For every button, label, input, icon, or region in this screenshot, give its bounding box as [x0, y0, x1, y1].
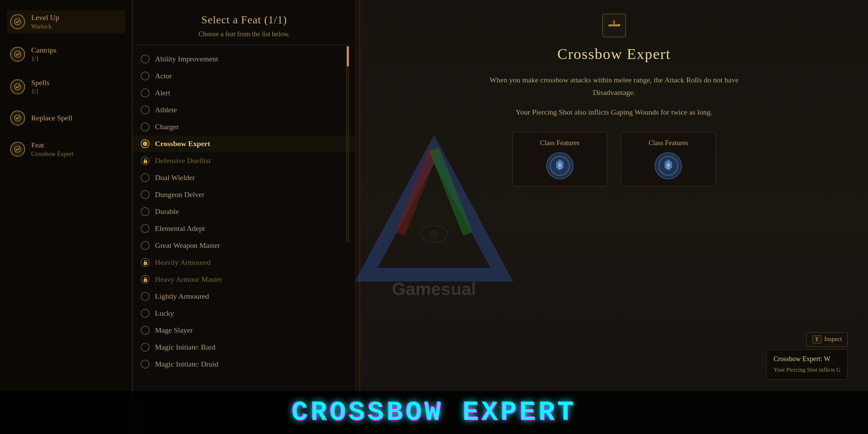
sidebar-item-level-up-warlock[interactable]: Level Up Warlock — [7, 10, 125, 33]
feat-item-defensive-duellist[interactable]: 🔒 Defensive Duellist — [133, 152, 356, 169]
feat-radio-mage-slayer[interactable] — [141, 326, 150, 335]
feat-name-great-weapon-master: Great Weapon Master — [155, 241, 220, 250]
feat-name-magic-initiate-druid: Magic Initiate: Druid — [155, 360, 218, 369]
feat-radio-dual-wielder[interactable] — [141, 173, 150, 182]
desc-text-1: When you make crossbow attacks within me… — [482, 74, 746, 99]
feat-name-mage-slayer: Mage Slayer — [155, 326, 193, 335]
feat-item-alert[interactable]: Alert — [133, 84, 356, 101]
desc-icon-area — [380, 14, 848, 37]
lock-icon-defensive: 🔒 — [142, 158, 148, 164]
bottom-banner: CROSSBOW EXPERT — [0, 391, 868, 434]
feat-radio-charger[interactable] — [141, 122, 150, 131]
feat-name-athlete: Athlete — [155, 105, 177, 114]
feat-item-athlete[interactable]: Athlete — [133, 101, 356, 118]
class-features-section: Class Features Class Features — [380, 132, 848, 186]
feat-item-ability-improvement[interactable]: Ability Improvement — [133, 51, 356, 67]
feat-item-heavy-armour-master[interactable]: 🔒 Heavy Armour Master — [133, 271, 356, 288]
lock-icon-heavy-master: 🔒 — [142, 277, 148, 282]
feat-item-actor[interactable]: Actor — [133, 67, 356, 84]
feat-radio-athlete[interactable] — [141, 105, 150, 114]
feat-name-dual-wielder: Dual Wielder — [155, 173, 195, 182]
feat-name-charger: Charger — [155, 122, 179, 131]
feat-radio-actor[interactable] — [141, 72, 150, 80]
tooltip-title: Crossbow Expert: W — [773, 355, 841, 363]
check-circle-cantrips — [10, 47, 25, 62]
feat-item-mage-slayer[interactable]: Mage Slayer — [133, 322, 356, 339]
inspect-key: T — [812, 335, 822, 343]
class-feature-card-2: Class Features — [621, 132, 716, 186]
svg-point-0 — [15, 19, 21, 25]
feat-item-durable[interactable]: Durable — [133, 203, 356, 220]
feat-list: Ability Improvement Actor Alert Athlete … — [133, 45, 356, 378]
feat-item-heavily-armoured[interactable]: 🔒 Heavily Armoured — [133, 254, 356, 271]
feat-panel-header: Select a Feat (1/1) Choose a feat from t… — [133, 0, 356, 45]
scrollbar[interactable] — [346, 46, 349, 242]
svg-point-7 — [618, 24, 620, 26]
feat-radio-defensive-duellist: 🔒 — [141, 156, 150, 165]
feat-item-crossbow-expert[interactable]: Crossbow Expert — [133, 135, 356, 152]
scroll-thumb[interactable] — [347, 46, 349, 66]
feat-name-dungeon-delver: Dungeon Delver — [155, 190, 204, 199]
sidebar-item-replace-spell[interactable]: Replace Spell — [7, 108, 125, 128]
feat-radio-elemental-adept[interactable] — [141, 224, 150, 233]
feat-radio-heavy-armour-master: 🔒 — [141, 275, 150, 284]
feat-name-defensive-duellist: Defensive Duellist — [155, 156, 211, 165]
sidebar-item-cantrips[interactable]: Cantrips 1/1 — [7, 43, 125, 66]
sidebar-label-feat: Feat Crossbow Expert — [31, 140, 74, 158]
svg-point-1 — [15, 51, 21, 57]
class-feature-label-1: Class Features — [540, 139, 579, 147]
feat-item-great-weapon-master[interactable]: Great Weapon Master — [133, 237, 356, 254]
sidebar-item-spells[interactable]: Spells 1/1 — [7, 75, 125, 98]
desc-title: Crossbow Expert — [380, 45, 848, 63]
feat-item-dual-wielder[interactable]: Dual Wielder — [133, 169, 356, 186]
feat-name-elemental-adept: Elemental Adept — [155, 224, 205, 233]
check-circle-level-up — [10, 14, 25, 29]
feat-item-lucky[interactable]: Lucky — [133, 305, 356, 322]
tooltip-box: Crossbow Expert: W Your Piercing Shot in… — [766, 349, 848, 380]
sidebar: Level Up Warlock Cantrips 1/1 Spells 1/1 — [0, 0, 132, 434]
feat-radio-magic-initiate-bard[interactable] — [141, 343, 150, 352]
svg-rect-6 — [613, 20, 615, 26]
feat-radio-lucky[interactable] — [141, 309, 150, 318]
svg-point-3 — [15, 115, 21, 121]
feat-radio-alert[interactable] — [141, 88, 150, 97]
feat-radio-durable[interactable] — [141, 207, 150, 216]
sidebar-label-level-up: Level Up Warlock — [31, 13, 59, 31]
lock-icon-heavily: 🔒 — [142, 260, 148, 265]
feat-name-crossbow-expert: Crossbow Expert — [155, 139, 210, 148]
feat-radio-magic-initiate-druid[interactable] — [141, 360, 150, 369]
feat-item-elemental-adept[interactable]: Elemental Adept — [133, 220, 356, 237]
desc-text-2: Your Piercing Shot also inflicts Gaping … — [482, 106, 746, 118]
feat-name-lightly-armoured: Lightly Armoured — [155, 292, 209, 301]
feat-item-dungeon-delver[interactable]: Dungeon Delver — [133, 186, 356, 203]
class-feature-icon-1 — [546, 152, 573, 179]
feat-item-magic-initiate-druid[interactable]: Magic Initiate: Druid — [133, 356, 356, 373]
svg-point-2 — [15, 84, 21, 90]
feat-item-charger[interactable]: Charger — [133, 118, 356, 135]
class-feature-label-2: Class Features — [649, 139, 688, 147]
feat-item-magic-initiate-bard[interactable]: Magic Initiate: Bard — [133, 339, 356, 356]
feat-panel: Select a Feat (1/1) Choose a feat from t… — [132, 0, 356, 434]
feat-radio-great-weapon-master[interactable] — [141, 241, 150, 250]
banner-text: CROSSBOW EXPERT — [292, 397, 576, 428]
feat-item-lightly-armoured[interactable]: Lightly Armoured — [133, 288, 356, 305]
sidebar-item-feat[interactable]: Feat Crossbow Expert — [7, 138, 125, 161]
feat-radio-ability-improvement[interactable] — [141, 55, 150, 63]
sidebar-label-replace-spell: Replace Spell — [31, 113, 73, 123]
check-circle-spells — [10, 79, 25, 94]
svg-point-4 — [15, 146, 21, 152]
feat-name-magic-initiate-bard: Magic Initiate: Bard — [155, 343, 215, 352]
feat-radio-lightly-armoured[interactable] — [141, 292, 150, 301]
feat-name-heavily-armoured: Heavily Armoured — [155, 258, 211, 267]
class-feature-icon-2 — [655, 152, 682, 179]
feat-radio-dungeon-delver[interactable] — [141, 190, 150, 199]
svg-point-11 — [667, 164, 670, 166]
feat-radio-crossbow-expert[interactable] — [141, 139, 150, 148]
feat-name-durable: Durable — [155, 207, 179, 216]
feat-name-actor: Actor — [155, 72, 172, 80]
inspect-button[interactable]: T Inspect — [806, 332, 848, 347]
tooltip-text: Your Piercing Shot inflicts G — [773, 366, 841, 374]
crossbow-expert-icon — [602, 14, 626, 37]
feat-name-lucky: Lucky — [155, 309, 174, 318]
feat-name-ability-improvement: Ability Improvement — [155, 55, 218, 63]
